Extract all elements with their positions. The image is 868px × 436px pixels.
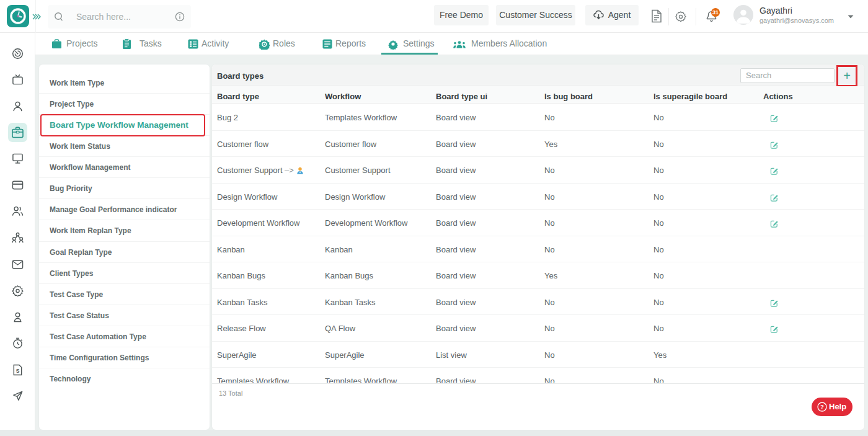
svg-text:S: S xyxy=(16,367,20,373)
svg-text:?: ? xyxy=(820,403,824,410)
